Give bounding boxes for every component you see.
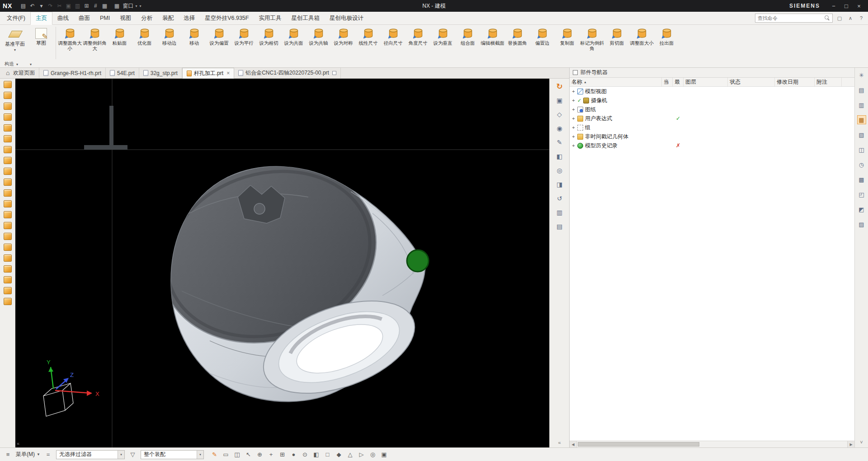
ribbon-tab[interactable]: 视图	[115, 12, 136, 24]
make-symmetric-icon[interactable]: 设为对称	[331, 26, 356, 60]
expand-plus-icon[interactable]: +	[571, 89, 576, 94]
quadrant-point-icon[interactable]: △	[345, 450, 355, 459]
reuse-library-icon[interactable]: ▧	[857, 130, 866, 139]
left-tool-15-icon[interactable]	[4, 233, 12, 240]
navigator-tree-row[interactable]: + ✓ 图纸	[570, 105, 854, 114]
ribbon-tab[interactable]: 实用工具	[254, 12, 286, 24]
linear-dimension-icon[interactable]: 线性尺寸	[356, 26, 381, 60]
scrollbar-thumb[interactable]	[578, 442, 699, 447]
assembly-navigator-icon[interactable]: ▤	[857, 85, 866, 94]
left-tool-12-icon[interactable]	[4, 200, 12, 207]
navigator-column-header[interactable]: 附注	[815, 78, 842, 86]
snap-point-icon[interactable]: ⊕	[255, 450, 264, 459]
point-on-face-icon[interactable]: ▣	[379, 450, 389, 459]
intersection-point-icon[interactable]: □	[323, 450, 332, 459]
roles-palette-icon[interactable]: ▩	[857, 175, 866, 184]
measure-tools-icon[interactable]: ◩	[857, 205, 866, 214]
close-button[interactable]: ×	[853, 0, 865, 12]
scroll-left-icon[interactable]: ◀	[570, 441, 577, 447]
copy-face-icon[interactable]: 复制面	[555, 26, 580, 60]
part-navigator-icon[interactable]: ▦	[857, 115, 866, 124]
horizontal-scrollbar[interactable]: ◀ ▶	[570, 441, 854, 447]
left-tool-3-icon[interactable]	[4, 103, 12, 110]
left-tool-18-icon[interactable]	[4, 265, 12, 273]
command-search-input[interactable]	[758, 15, 823, 21]
left-tool-14-icon[interactable]	[4, 222, 12, 229]
move-edge-icon[interactable]: 移动边	[157, 26, 182, 60]
scroll-right-icon[interactable]: ▶	[847, 441, 854, 447]
left-tool-13-icon[interactable]	[4, 211, 12, 218]
minimize-ribbon-icon[interactable]: ∧	[846, 14, 854, 22]
cut-face-icon[interactable]: 剪切面	[604, 26, 629, 60]
collapse-toolbar-icon[interactable]: «	[17, 441, 19, 446]
label-chamfer-icon[interactable]: 标记为倒斜角	[580, 26, 604, 60]
chevron-down-icon[interactable]: ˅	[860, 439, 863, 445]
visibility-eye-icon[interactable]: ◎	[555, 165, 565, 175]
left-tool-20-icon[interactable]	[4, 287, 12, 294]
save-icon[interactable]: ▤	[19, 2, 27, 10]
make-tangent-icon[interactable]: 设为相切	[256, 26, 281, 60]
row-check-icon[interactable]: ✓	[577, 98, 581, 103]
notes-icon[interactable]: ▨	[857, 220, 866, 229]
navigator-column-header[interactable]: 图层	[684, 78, 728, 86]
navigator-column-header[interactable]: 最	[673, 78, 684, 86]
snapshot-icon[interactable]: ▤	[555, 221, 565, 231]
row-name-cell[interactable]: + ✓ 模型视图	[570, 88, 662, 95]
navigator-column-header[interactable]: 名称	[570, 78, 662, 86]
view-palette-icon[interactable]: ◫	[857, 145, 866, 154]
redo-icon[interactable]: ↷	[46, 2, 54, 10]
left-tool-17-icon[interactable]	[4, 254, 12, 262]
left-tool-8-icon[interactable]	[4, 157, 12, 164]
expand-plus-icon[interactable]: +	[571, 143, 576, 148]
menu-icon[interactable]: ≡	[3, 450, 13, 459]
navigator-column-header[interactable]: 当	[662, 78, 673, 86]
viewport-canvas[interactable]: Y X Z	[15, 79, 549, 447]
left-tool-10-icon[interactable]	[4, 179, 12, 186]
left-tool-6-icon[interactable]	[4, 135, 12, 142]
fullscreen-icon[interactable]: ▢	[835, 14, 844, 22]
end-point-icon[interactable]: ●	[289, 450, 298, 459]
close-tab-icon[interactable]: ×	[226, 70, 230, 76]
ribbon-tab[interactable]: 星创电极设计	[325, 12, 368, 24]
latest-column-cell[interactable]	[673, 115, 684, 122]
resize-blend-icon[interactable]: 调整圆角大小	[57, 26, 82, 60]
show-hide-icon[interactable]: ◉	[555, 123, 565, 133]
help-icon[interactable]: ?	[857, 14, 865, 22]
graphics-viewport[interactable]: Y X Z «	[15, 79, 549, 447]
undo-dropdown-icon[interactable]: ▾	[37, 2, 45, 10]
file-tab[interactable]: 54E.prt ×	[106, 68, 139, 78]
make-coaxial-icon[interactable]: 设为共轴	[306, 26, 331, 60]
row-name-cell[interactable]: + ✓ 组	[570, 124, 662, 132]
left-tool-1-icon[interactable]	[4, 81, 12, 88]
resize-chamfer-icon[interactable]: 调整倒斜角大	[82, 26, 107, 60]
filter-edit-icon[interactable]: ▽	[128, 450, 137, 459]
selection-filter-dropdown[interactable]: 无选择过滤器 ▾	[56, 450, 125, 459]
cursor-snap-icon[interactable]: ↖	[244, 450, 253, 459]
optimize-face-icon[interactable]: 优化面	[132, 26, 157, 60]
left-tool-7-icon[interactable]	[4, 146, 12, 153]
minimize-button[interactable]: −	[827, 0, 840, 12]
customize-quick-access-icon[interactable]: ▾	[139, 4, 141, 8]
navigator-tree-row[interactable]: + ✓ 组	[570, 123, 854, 132]
edit-object-display-icon[interactable]: ✎	[555, 137, 565, 147]
clip-section-icon[interactable]: ▥	[555, 207, 565, 217]
left-tool-9-icon[interactable]	[4, 168, 12, 175]
file-tab[interactable]: 欢迎页面 ×	[2, 68, 39, 78]
control-point-icon[interactable]: ◧	[311, 450, 321, 459]
left-tool-5-icon[interactable]	[4, 124, 12, 132]
left-tool-11-icon[interactable]	[4, 189, 12, 197]
undo-icon[interactable]: ↶	[28, 2, 36, 10]
navigator-column-header[interactable]: 状态	[728, 78, 775, 86]
scrollbar-track[interactable]	[577, 441, 847, 447]
file-tab[interactable]: 32g_stp.prt ×	[139, 68, 182, 78]
sketch-button[interactable]: 草图	[28, 26, 54, 59]
dock-toggle-icon[interactable]: =	[43, 450, 53, 459]
constraint-navigator-icon[interactable]: ▥	[857, 100, 866, 109]
update-display-icon[interactable]: ↻	[555, 81, 565, 91]
pull-face-icon[interactable]: 拉出面	[654, 26, 679, 60]
paste-icon[interactable]: ▥	[73, 2, 81, 10]
expand-plus-icon[interactable]: +	[571, 125, 576, 130]
ribbon-tab[interactable]: 主页	[30, 12, 52, 25]
cut-icon[interactable]: ✂	[55, 2, 63, 10]
file-tab[interactable]: 杆孔加工.prt ×	[182, 68, 234, 79]
